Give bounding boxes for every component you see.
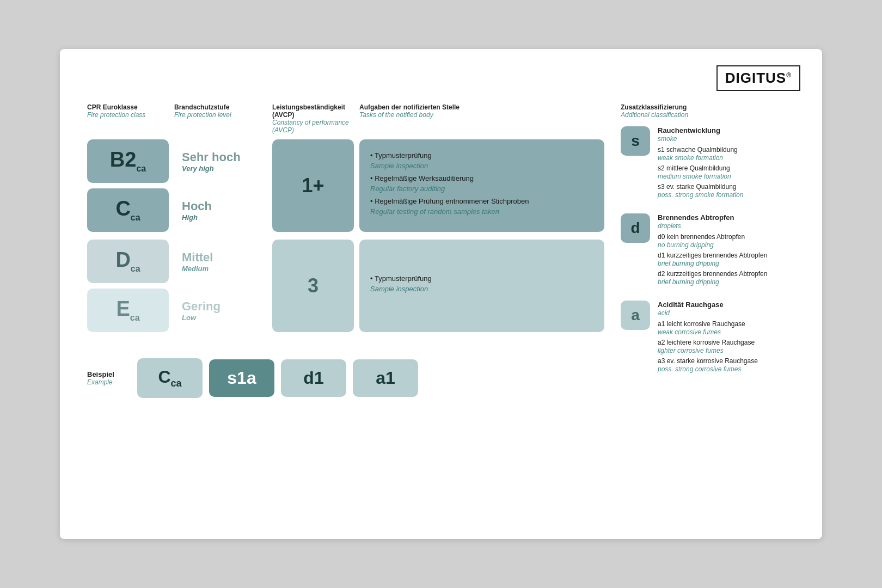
acid-a3-it: poss. strong corrosive fumes xyxy=(658,365,795,373)
acid-icon: a xyxy=(621,301,650,330)
acid-a1: a1 leicht korrosive Rauchgase xyxy=(658,320,795,328)
brand-gering: Gering Low xyxy=(174,289,267,332)
smoke-title: Rauchentwicklung xyxy=(658,126,795,134)
avcp-3-text: 3 xyxy=(308,274,318,297)
brand-mittel-sub: Medium xyxy=(182,265,259,273)
acid-title: Acidität Rauchgase xyxy=(658,301,795,309)
class-b2-text: B2ca xyxy=(110,149,146,173)
smoke-s2-it: medium smoke formation xyxy=(658,173,795,180)
acid-a2-it: lighter corrosive fumes xyxy=(658,347,795,354)
example-label-main: Beispiel xyxy=(87,370,131,378)
brand-mittel-text: Mittel xyxy=(182,250,259,265)
classes-high: B2ca Cca xyxy=(87,139,174,232)
task-high-3-it: Regular testing of random samples taken xyxy=(370,207,593,216)
logo: DIGITUS® xyxy=(716,65,800,91)
droplets-title: Brennendes Abtropfen xyxy=(658,213,795,222)
smoke-s1-it: weak smoke formation xyxy=(658,154,795,162)
smoke-s3-it: poss. strong smoke formation xyxy=(658,191,795,199)
task-high-2-it: Regular factory auditing xyxy=(370,185,593,193)
logo-sup: ® xyxy=(786,71,792,79)
content-area: CPR Euroklasse Fire protection class Bra… xyxy=(87,103,795,398)
col-header-2: Brandschutzstufe Fire protection level xyxy=(174,103,272,134)
smoke-section: s Rauchentwicklung smoke s1 schwache Qua… xyxy=(621,126,795,201)
example-row: Beispiel Example Cca s1a d1 a1 xyxy=(87,358,604,398)
task-low-1-it: Sample inspection xyxy=(370,285,593,293)
column-headers: CPR Euroklasse Fire protection class Bra… xyxy=(87,103,604,134)
droplets-d1: d1 kurzzeitiges brennendes Abtropfen xyxy=(658,252,795,259)
brand-sehr-hoch-sub: Very high xyxy=(182,164,259,173)
col4-title: Aufgaben der notifizierten Stelle xyxy=(359,103,604,111)
avcp-1plus-text: 1+ xyxy=(302,174,324,197)
row-group-low: Dca Eca Mittel Medium Gering Low xyxy=(87,240,604,332)
class-c-text: Cca xyxy=(115,198,140,222)
brand-sehr-hoch-text: Sehr hoch xyxy=(182,150,259,164)
droplets-d0-it: no burning dripping xyxy=(658,241,795,249)
class-d-text: Dca xyxy=(115,249,140,273)
droplets-icon: d xyxy=(621,213,650,243)
main-card: DIGITUS® CPR Euroklasse Fire protection … xyxy=(60,49,822,539)
task-low-1: • Typmusterprüfung xyxy=(370,274,593,283)
droplets-info: Brennendes Abtropfen droplets d0 kein br… xyxy=(658,213,795,289)
acid-info: Acidität Rauchgase acid a1 leicht korros… xyxy=(658,301,795,376)
example-cca-sub: ca xyxy=(171,378,182,389)
acid-a3: a3 ev. starke korrosive Rauchgase xyxy=(658,357,795,365)
logo-text: DIGITUS xyxy=(725,70,786,86)
example-badge-d1: d1 xyxy=(281,359,346,397)
task-high-1: • Typmusterprüfung xyxy=(370,151,593,160)
row-group-high: B2ca Cca Sehr hoch Very high Hoch High xyxy=(87,139,604,232)
example-label: Beispiel Example xyxy=(87,370,131,386)
right-panel-title: Zusatzklassifizierung xyxy=(621,103,795,111)
brand-sehr-hoch: Sehr hoch Very high xyxy=(174,139,267,183)
brand-hoch: Hoch High xyxy=(174,188,267,232)
col-header-4: Aufgaben der notifizierten Stelle Tasks … xyxy=(359,103,604,134)
col-header-1: CPR Euroklasse Fire protection class xyxy=(87,103,174,134)
tasks-box-low: • Typmusterprüfung Sample inspection xyxy=(359,240,604,332)
class-dca: Dca xyxy=(87,240,169,283)
brand-mittel: Mittel Medium xyxy=(174,240,267,283)
tasks-low: • Typmusterprüfung Sample inspection xyxy=(359,240,604,332)
acid-section: a Acidität Rauchgase acid a1 leicht korr… xyxy=(621,301,795,376)
acid-a1-it: weak corrosive fumes xyxy=(658,328,795,336)
brands-high: Sehr hoch Very high Hoch High xyxy=(174,139,272,232)
col1-title: CPR Euroklasse xyxy=(87,103,174,111)
droplets-d2-it: brief burning dripping xyxy=(658,278,795,286)
class-b2-sub: ca xyxy=(136,164,146,173)
task-high-3: • Regelmäßige Prüfung entnommener Stichp… xyxy=(370,197,593,205)
brands-low: Mittel Medium Gering Low xyxy=(174,240,272,332)
class-e-text: Eca xyxy=(116,298,139,322)
brand-hoch-sub: High xyxy=(182,213,259,222)
class-cca: Cca xyxy=(87,188,169,232)
class-d-sub: ca xyxy=(131,264,140,273)
tasks-box-high: • Typmusterprüfung Sample inspection • R… xyxy=(359,139,604,232)
avcp-value-1plus: 1+ xyxy=(272,139,354,232)
classes-low: Dca Eca xyxy=(87,240,174,332)
smoke-s3: s3 ev. starke Qualmbildung xyxy=(658,183,795,191)
droplets-subtitle: droplets xyxy=(658,222,795,230)
avcp-value-3: 3 xyxy=(272,240,354,332)
avcp-high: 1+ xyxy=(272,139,359,232)
class-e-sub: ca xyxy=(130,313,140,322)
col2-subtitle: Fire protection level xyxy=(174,111,272,119)
tasks-high: • Typmusterprüfung Sample inspection • R… xyxy=(359,139,604,232)
task-high-2: • Regelmäßige Werksauditierung xyxy=(370,174,593,182)
acid-subtitle: acid xyxy=(658,309,795,317)
class-b2ca: B2ca xyxy=(87,139,169,183)
droplets-d2: d2 kurzzeitiges brennendes Abtropfen xyxy=(658,270,795,278)
example-badge-s1a: s1a xyxy=(209,359,274,397)
col3-title: Leistungsbeständigkeit (AVCP) xyxy=(272,103,359,119)
droplets-d0: d0 kein brennendes Abtropfen xyxy=(658,233,795,241)
avcp-low: 3 xyxy=(272,240,359,332)
example-label-sub: Example xyxy=(87,378,131,386)
class-c-sub: ca xyxy=(131,213,140,222)
smoke-s1: s1 schwache Qualmbildung xyxy=(658,146,795,154)
right-panel: Zusatzklassifizierung Additional classif… xyxy=(621,103,795,398)
col1-subtitle: Fire protection class xyxy=(87,111,174,119)
brand-hoch-text: Hoch xyxy=(182,199,259,213)
col2-title: Brandschutzstufe xyxy=(174,103,272,111)
example-badge-cca: Cca xyxy=(137,358,203,398)
smoke-icon: s xyxy=(621,126,650,156)
brand-gering-text: Gering xyxy=(182,299,259,314)
col3-subtitle: Constancy of performance (AVCP) xyxy=(272,119,359,134)
class-eca: Eca xyxy=(87,289,169,332)
droplets-section: d Brennendes Abtropfen droplets d0 kein … xyxy=(621,213,795,289)
